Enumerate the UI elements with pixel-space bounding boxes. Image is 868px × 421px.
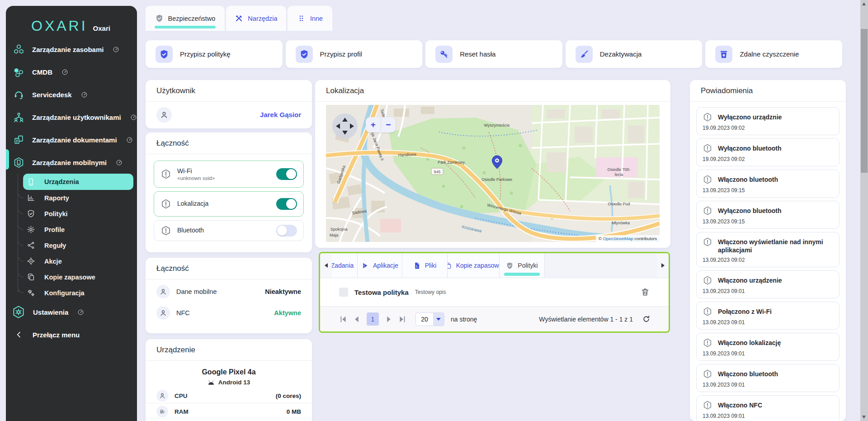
sidebar-item-polityki[interactable]: Polityki — [23, 206, 133, 222]
sidebar-item-konfiguracja[interactable]: Konfiguracja — [23, 285, 133, 301]
page-number-button[interactable]: 1 — [367, 312, 379, 326]
notification-item[interactable]: Wyłączono urządznie 19.09.2023 09:02 — [696, 107, 840, 135]
sidebar-item-label: CMDB — [32, 68, 52, 76]
play-icon — [361, 262, 369, 270]
hexagon-alert-icon — [160, 225, 171, 236]
notification-item[interactable]: Włączono bluetooth 13.09.2023 09:15 — [696, 170, 840, 198]
zoom-in-button[interactable]: + — [366, 117, 381, 132]
sidebar-item-servicedesk[interactable]: Servicedesk — [6, 83, 137, 106]
sidebar-item-profile[interactable]: Profile — [23, 222, 133, 237]
tabs-scroll-right-button[interactable] — [657, 253, 669, 278]
sidebar-item-raporty[interactable]: Raporty — [23, 190, 133, 206]
map-label-wyszymiescie: Wyszymieście — [484, 123, 510, 128]
panel-title: Użytkownik — [146, 80, 312, 102]
first-page-button[interactable] — [338, 314, 348, 324]
assign-profile-button[interactable]: Przypisz profil — [286, 40, 423, 68]
action-label: Przypisz profil — [320, 50, 362, 58]
previous-page-button[interactable] — [352, 314, 362, 324]
android-icon — [208, 380, 215, 385]
map[interactable]: 945 Wyszymieście Park Zamkowy, Osiedle P… — [326, 105, 660, 242]
notification-item[interactable]: Włączono lokalizację 13.09.2023 09:01 — [696, 333, 840, 361]
tab-inne[interactable]: Inne — [288, 6, 332, 31]
row-checkbox[interactable] — [339, 288, 348, 297]
hexagon-alert-icon — [703, 338, 712, 348]
row-label: RAM — [175, 408, 189, 415]
openstreetmap-link[interactable]: OpenStreetMap — [603, 236, 633, 241]
next-page-button[interactable] — [384, 314, 394, 324]
tab-pliki[interactable]: Pliki — [402, 253, 448, 278]
copy-icon — [448, 262, 452, 270]
toggle-menu-button[interactable]: Przełącz menu — [6, 323, 137, 346]
policy-table-row[interactable]: Testowa polityka Testowy opis — [320, 278, 669, 306]
bluetooth-toggle[interactable] — [276, 225, 297, 237]
route-badge-label: 945 — [434, 170, 440, 174]
notification-title: Włączono NFC — [718, 400, 762, 409]
map-label-osiedle-700-1: Osiedle 700- — [607, 167, 630, 172]
key-icon — [435, 46, 453, 63]
user-name-link[interactable]: Jarek Gąsior — [260, 111, 301, 118]
file-icon — [413, 262, 421, 270]
sidebar-item-cmdb[interactable]: CMDB — [6, 61, 137, 83]
tab-zadania[interactable]: Zadania — [332, 253, 358, 278]
per-page-label: na stronę — [451, 316, 477, 323]
delete-policy-button[interactable] — [641, 288, 650, 297]
notification-item[interactable]: Włączono bluetooth 13.09.2023 09:01 — [696, 364, 840, 392]
map-pan-control[interactable] — [332, 114, 358, 139]
wifi-toggle[interactable] — [276, 168, 297, 180]
page-size-select[interactable]: 20 — [415, 312, 444, 326]
deactivate-button[interactable]: Dezaktywacja — [566, 40, 703, 68]
reset-password-button[interactable]: Reset hasła — [425, 40, 562, 68]
tab-narzedzia[interactable]: Narzędzia — [226, 6, 286, 31]
tab-label: Aplikacje — [373, 262, 398, 269]
remote-wipe-button[interactable]: Zdalne czyszczenie — [705, 40, 842, 68]
zoom-out-button[interactable]: − — [381, 117, 396, 132]
action-label: Przypisz politykę — [180, 50, 231, 58]
refresh-button[interactable] — [642, 315, 651, 323]
pan-down-icon[interactable] — [342, 131, 348, 135]
tab-aplikacje[interactable]: Aplikacje — [358, 253, 402, 278]
tab-bezpieczenstwo[interactable]: Bezpieczeństwo — [146, 6, 225, 31]
scrollbar-thumb[interactable] — [861, 29, 868, 173]
sidebar-item-zarzadzanie-zasobami[interactable]: Zarządzanie zasobami — [6, 38, 137, 61]
page-scrollbar[interactable] — [860, 0, 868, 421]
hexagon-alert-icon — [703, 112, 712, 122]
notification-item[interactable]: Włączono wyświetlanie nad innymi aplikac… — [696, 232, 840, 267]
location-toggle[interactable] — [276, 198, 297, 210]
map-zoom-control: + − — [366, 117, 396, 132]
pan-right-icon[interactable] — [350, 123, 354, 129]
sidebar-item-urzadzenia[interactable]: Urządzenia — [23, 174, 133, 190]
sidebar-item-akcje[interactable]: Akcje — [23, 253, 133, 269]
last-page-button[interactable] — [397, 314, 407, 324]
scroll-down-icon[interactable] — [862, 416, 866, 419]
hexagon-alert-icon — [703, 143, 712, 153]
sidebar-item-zarzadzanie-dokumentami[interactable]: Zarządzanie dokumentami — [6, 128, 137, 151]
notification-time: 13.09.2023 09:01 — [703, 382, 833, 388]
sidebar-item-zarzadzanie-mobilnymi[interactable]: Zarządzanie mobilnymi — [6, 151, 137, 174]
tab-kopie-zapasowe[interactable]: Kopie zapasowe — [448, 253, 500, 278]
tabs-scroll-left-button[interactable] — [320, 253, 332, 278]
sidebar-item-reguly[interactable]: Reguły — [23, 237, 133, 253]
assign-policy-button[interactable]: Przypisz politykę — [146, 40, 283, 68]
map-marker-pin[interactable] — [491, 155, 503, 169]
scroll-up-icon[interactable] — [862, 2, 866, 5]
notification-item[interactable]: Wyłączono bluetooth 13.09.2023 09:15 — [696, 201, 840, 229]
location-panel: Lokalizacja — [315, 80, 670, 248]
sidebar-item-kopie-zapasowe[interactable]: Kopie zapasowe — [23, 269, 133, 285]
sidebar-item-label: Polityki — [44, 210, 68, 218]
gear-icon — [27, 225, 35, 234]
pan-left-icon[interactable] — [336, 123, 340, 129]
notification-item[interactable]: Połączono z Wi-Fi 13.09.2023 09:01 — [696, 302, 840, 330]
sidebar-item-label: Konfiguracja — [44, 289, 85, 297]
notification-item[interactable]: Włączono NFC 13.09.2023 09:01 — [696, 395, 840, 421]
notification-item[interactable]: Włączono urządzenie 13.09.2023 09:01 — [696, 270, 840, 298]
tab-label: Narzędzia — [248, 15, 277, 22]
policy-name: Testowa polityka — [354, 289, 409, 296]
pan-up-icon[interactable] — [342, 118, 348, 122]
sidebar-item-zarzadzanie-uzytkownikami[interactable]: Zarządzanie użytkownikami — [6, 106, 137, 128]
sidebar-item-ustawienia[interactable]: Ustawienia — [6, 301, 137, 323]
cpu-row: CPU (0 cores) — [146, 388, 312, 403]
notification-item[interactable]: Wyłączono bluetooth 19.09.2023 09:02 — [696, 138, 840, 166]
hexagon-alert-icon — [703, 307, 712, 317]
tab-polityki[interactable]: Polityki — [500, 253, 545, 278]
hexagon-alert-icon — [160, 169, 171, 180]
